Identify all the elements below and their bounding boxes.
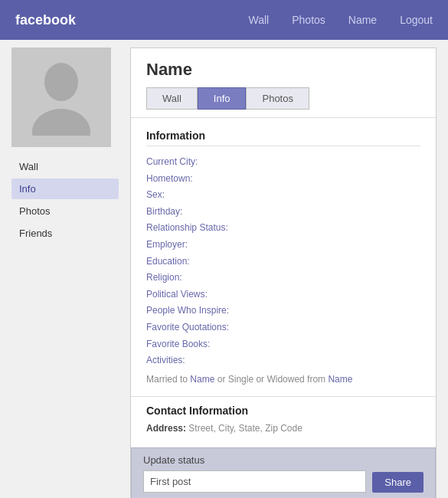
left-sidebar: Wall Info Photos Friends [11,48,119,498]
status-input[interactable] [143,470,366,493]
married-name-1[interactable]: Name [190,374,214,385]
info-title: Information [146,129,420,146]
profile-tabs: Wall Info Photos [146,87,420,110]
sidebar-item-friends[interactable]: Friends [11,223,119,244]
field-relationship-status: Relationship Status: [146,220,420,237]
married-name-2[interactable]: Name [328,374,352,385]
status-section: Update status Share [131,447,436,498]
info-section: Information Current City: Hometown: Sex:… [131,118,436,396]
share-button[interactable]: Share [372,472,423,493]
nav-logout[interactable]: Logout [400,14,433,26]
field-education: Education: [146,254,420,270]
field-religion: Religion: [146,270,420,287]
main-content: Name Wall Info Photos Information Curren… [130,48,437,498]
married-text-1: Married to [146,374,190,385]
field-people-who-inspire: People Who Inspire: [146,303,420,319]
contact-address: Address: Street, City, State, Zip Code [146,423,420,434]
field-birthday: Birthday: [146,204,420,221]
nav-photos[interactable]: Photos [292,14,325,26]
svg-point-0 [44,63,78,101]
avatar-silhouette-icon [31,59,92,136]
married-text-2: or Single or Widowed from [214,374,328,385]
status-label: Update status [143,454,423,466]
brand-logo[interactable]: facebook [15,12,76,28]
tab-wall[interactable]: Wall [146,87,198,110]
address-value: Street, City, State, Zip Code [188,423,302,434]
field-employer: Employer: [146,237,420,254]
field-favorite-quotations: Favorite Quotations: [146,319,420,336]
tab-info[interactable]: Info [198,87,247,110]
contact-title: Contact Information [146,405,420,417]
profile-name: Name [146,60,420,80]
nav-name[interactable]: Name [348,14,377,26]
avatar [11,48,111,147]
sidebar-item-wall[interactable]: Wall [11,156,119,177]
contact-section: Contact Information Address: Street, Cit… [131,396,436,441]
nav-wall[interactable]: Wall [249,14,270,26]
sidebar-item-info[interactable]: Info [11,179,119,199]
field-political-views: Political Views: [146,287,420,303]
married-line: Married to Name or Single or Widowed fro… [146,374,420,385]
field-activities: Activities: [146,352,420,369]
profile-header: Name Wall Info Photos [131,48,436,118]
field-hometown: Hometown: [146,171,420,188]
address-label: Address: [146,423,186,434]
status-input-row: Share [143,470,423,493]
svg-point-1 [32,109,90,136]
content-area: Wall Info Photos Friends Name Wall Info … [0,40,448,498]
field-current-city: Current City: [146,154,420,171]
tab-photos[interactable]: Photos [246,87,309,110]
field-favorite-books: Favorite Books: [146,336,420,353]
field-sex: Sex: [146,187,420,204]
top-nav: facebook Wall Photos Name Logout [0,0,448,40]
sidebar-item-photos[interactable]: Photos [11,201,119,221]
info-fields: Current City: Hometown: Sex: Birthday: R… [146,154,420,369]
